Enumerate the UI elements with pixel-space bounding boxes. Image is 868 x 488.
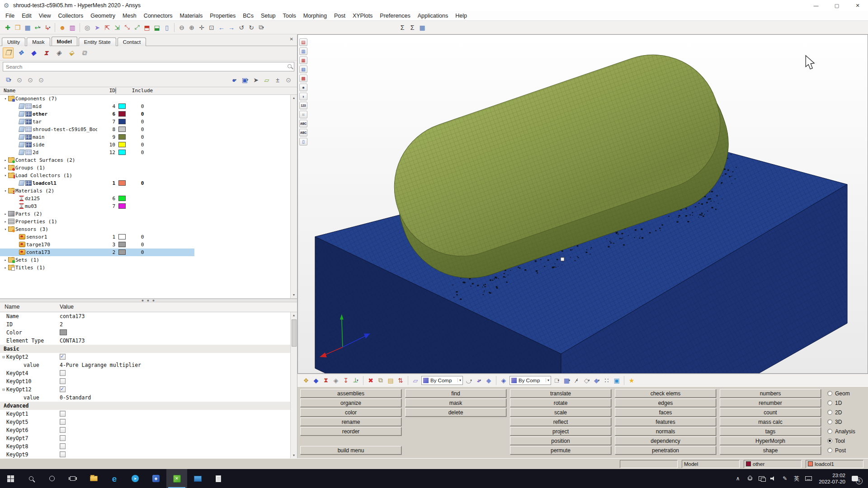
menu-properties[interactable]: Properties bbox=[206, 11, 239, 20]
tab-entity-state[interactable]: Entity State bbox=[79, 38, 116, 46]
color-swatch[interactable] bbox=[118, 127, 126, 132]
menu-button-permute[interactable]: permute bbox=[510, 446, 611, 455]
menu-button-edges[interactable]: edges bbox=[615, 399, 716, 407]
edit-page-icon[interactable]: ▱ bbox=[262, 75, 272, 85]
entity-filter-icon[interactable]: ●▾ bbox=[229, 75, 239, 85]
color-swatch[interactable] bbox=[118, 150, 126, 155]
menu-post[interactable]: Post bbox=[330, 11, 349, 20]
material-create-icon[interactable]: ⧗ bbox=[321, 375, 331, 385]
tree-twisty-icon[interactable]: ▸ bbox=[3, 220, 8, 224]
telegram-button[interactable]: ➤ bbox=[125, 469, 146, 488]
tree-row[interactable]: side100 bbox=[0, 141, 194, 149]
property-row[interactable]: KeyOpt7 bbox=[0, 434, 297, 442]
zoom-out-icon[interactable]: ⊖ bbox=[177, 23, 187, 33]
tree-row[interactable]: conta17320 bbox=[0, 249, 194, 256]
menu-file[interactable]: File bbox=[2, 11, 18, 20]
menu-button-features[interactable]: features bbox=[615, 418, 716, 426]
geom-color-mode-select[interactable]: By Comp▾ bbox=[421, 376, 463, 385]
tree-twisty-icon[interactable]: ▸ bbox=[3, 158, 8, 162]
menu-button-count[interactable]: count bbox=[720, 408, 821, 417]
export-icon[interactable]: ↳▾ bbox=[42, 23, 52, 33]
menu-button-hypermorph[interactable]: HyperMorph bbox=[720, 436, 821, 445]
menu-button-check-elems[interactable]: check elems bbox=[615, 389, 716, 398]
menu-button-mass-calc[interactable]: mass calc bbox=[720, 418, 821, 426]
delete-icon[interactable]: ✖ bbox=[366, 375, 376, 385]
color-swatch[interactable] bbox=[60, 329, 67, 335]
status-field-loadcol1[interactable]: loadcol1 bbox=[806, 460, 863, 468]
tray-display-icon[interactable] bbox=[755, 469, 767, 488]
sum-descending-icon[interactable]: Σ bbox=[407, 23, 417, 33]
new-model-icon[interactable]: ✚ bbox=[3, 23, 13, 33]
zoom-in-icon[interactable]: ⊕ bbox=[187, 23, 197, 33]
plus-minus-icon[interactable]: ± bbox=[273, 75, 283, 85]
menu-morphing[interactable]: Morphing bbox=[300, 11, 330, 20]
tree-row[interactable]: dz1256 bbox=[0, 195, 194, 202]
menu-button-faces[interactable]: faces bbox=[615, 408, 716, 417]
menu-button-delete[interactable]: delete bbox=[405, 408, 506, 417]
tree-row[interactable]: loadcol110 bbox=[0, 179, 194, 187]
load-create-icon[interactable]: ↧ bbox=[341, 375, 351, 385]
elem-3d-icon[interactable]: ◆▾ bbox=[592, 375, 602, 385]
import-icon[interactable]: ↵▾ bbox=[33, 23, 42, 33]
geom-wire-icon[interactable]: ◡▾ bbox=[464, 375, 474, 385]
menu-button-normals[interactable]: normals bbox=[615, 427, 716, 436]
card-edit-icon[interactable]: ▤ bbox=[386, 375, 396, 385]
menu-collectors[interactable]: Collectors bbox=[55, 11, 87, 20]
menu-help[interactable]: Help bbox=[452, 11, 471, 20]
tab-model[interactable]: Model bbox=[52, 37, 77, 46]
color-swatch[interactable] bbox=[118, 142, 126, 147]
notepad-app-button[interactable] bbox=[208, 469, 229, 488]
property-row[interactable]: KeyOpt5 bbox=[0, 418, 297, 426]
tree-row[interactable]: targe17030 bbox=[0, 241, 194, 249]
menu-button-project[interactable]: project bbox=[510, 427, 611, 436]
keyopt-checkbox[interactable] bbox=[60, 443, 66, 449]
tree-row[interactable]: other60 bbox=[0, 110, 194, 118]
menu-button-numbers[interactable]: numbers bbox=[720, 389, 821, 398]
color-swatch[interactable] bbox=[118, 242, 126, 247]
thickness-view-icon[interactable]: ◈ bbox=[53, 47, 64, 58]
menu-button-scale[interactable]: scale bbox=[510, 408, 611, 417]
radio-post[interactable]: Post bbox=[827, 446, 867, 455]
color-swatch[interactable] bbox=[118, 111, 126, 117]
collector-edit-icon[interactable]: ◆ bbox=[311, 375, 321, 385]
color-swatch[interactable] bbox=[118, 203, 126, 209]
compare-view-icon[interactable]: ⧉ bbox=[79, 47, 90, 58]
tree-row[interactable]: ▸Sets (1) bbox=[0, 256, 194, 264]
sum-ascending-icon[interactable]: Σ bbox=[397, 23, 407, 33]
note-icon[interactable]: ▯ bbox=[299, 138, 307, 145]
view-xz-icon[interactable]: ⇲ bbox=[112, 23, 122, 33]
color-swatch[interactable] bbox=[118, 134, 126, 140]
radio-1d[interactable]: 1D bbox=[827, 398, 867, 408]
tray-keyboard-icon[interactable] bbox=[802, 469, 814, 488]
color-swatch[interactable] bbox=[118, 234, 126, 239]
menu-xyplots[interactable]: XYPlots bbox=[349, 11, 376, 20]
elem-1d-icon[interactable]: ∕▾ bbox=[572, 375, 582, 385]
geom-solid-icon[interactable]: ◆ bbox=[484, 375, 494, 385]
renumber-icon[interactable]: ⇅ bbox=[396, 375, 406, 385]
menu-mesh[interactable]: Mesh bbox=[119, 11, 140, 20]
radio-2d[interactable]: 2D bbox=[827, 408, 867, 417]
table-icon[interactable]: ▦ bbox=[417, 23, 427, 33]
section-cone-icon[interactable]: ◗ bbox=[299, 93, 307, 100]
capture-app-button[interactable] bbox=[187, 469, 208, 488]
edge-browser-button[interactable]: e bbox=[104, 469, 125, 488]
status-field[interactable] bbox=[620, 460, 678, 468]
menu-setup[interactable]: Setup bbox=[257, 11, 279, 20]
tray-pen-icon[interactable]: ✎ bbox=[779, 469, 791, 488]
menu-applications[interactable]: Applications bbox=[414, 11, 452, 20]
status-field-model[interactable]: Model bbox=[682, 460, 740, 468]
code-app-button[interactable]: ◈ bbox=[146, 469, 166, 488]
elem-2d-icon[interactable]: ◇▾ bbox=[582, 375, 592, 385]
tab-mask[interactable]: Mask bbox=[27, 38, 50, 46]
monitor-icon[interactable]: ▣ bbox=[612, 375, 622, 385]
geom-shade-swatch-icon[interactable]: ▱ bbox=[410, 375, 420, 385]
menu-button-dependency[interactable]: dependency bbox=[615, 436, 716, 445]
color-swatch[interactable] bbox=[118, 119, 126, 124]
system-create-icon[interactable]: ⟂▾ bbox=[351, 375, 361, 385]
menu-tools[interactable]: Tools bbox=[279, 11, 300, 20]
save-model-icon[interactable]: ▦ bbox=[23, 23, 33, 33]
tree-row[interactable]: shroud-test-c59i05_Body_080 bbox=[0, 126, 194, 133]
tree-twisty-icon[interactable]: ▸ bbox=[3, 266, 8, 270]
menu-button-reflect[interactable]: reflect bbox=[510, 418, 611, 426]
property-row[interactable]: value0-Standard bbox=[0, 394, 297, 402]
